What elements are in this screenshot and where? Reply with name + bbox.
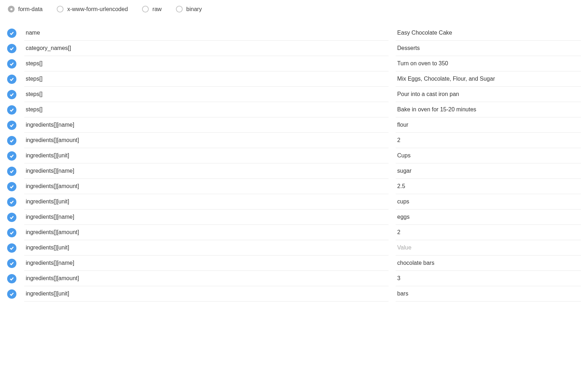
row-enabled-checkbox[interactable] [7,228,16,237]
check-icon [9,153,14,158]
row-checkbox-wrap [7,209,17,225]
row-checkbox-wrap [7,163,17,179]
row-checkbox-wrap [7,148,17,163]
row-enabled-checkbox[interactable] [7,259,16,268]
table-row: category_names[]Desserts [7,41,581,56]
row-checkbox-wrap [7,286,17,302]
table-row: ingredients[][unit]cups [7,194,581,209]
radio-label: raw [152,6,162,12]
check-icon [9,261,14,266]
row-enabled-checkbox[interactable] [7,121,16,130]
key-input[interactable]: ingredients[][unit] [24,286,389,302]
table-row: steps[]Pour into a cast iron pan [7,87,581,102]
row-enabled-checkbox[interactable] [7,29,16,38]
radio-form-data[interactable]: form-data [8,6,42,12]
key-input[interactable]: ingredients[][amount] [24,271,389,286]
value-input[interactable]: Easy Chocolate Cake [396,25,581,41]
row-enabled-checkbox[interactable] [7,197,16,207]
value-input[interactable]: Turn on oven to 350 [396,56,581,71]
key-input[interactable]: ingredients[][unit] [24,194,389,209]
row-enabled-checkbox[interactable] [7,289,16,299]
row-checkbox-wrap [7,179,17,194]
row-checkbox-wrap [7,256,17,271]
key-input[interactable]: steps[] [24,87,389,102]
radio-x-www-form-urlencoded[interactable]: x-www-form-urlencoded [57,6,128,12]
row-enabled-checkbox[interactable] [7,182,16,191]
form-data-table: nameEasy Chocolate Cakecategory_names[]D… [7,25,581,302]
key-input[interactable]: steps[] [24,102,389,117]
table-row: ingredients[][amount]3 [7,271,581,286]
table-row: steps[]Bake in oven for 15-20 minutes [7,102,581,117]
value-input[interactable]: 2.5 [396,179,581,194]
row-checkbox-wrap [7,194,17,209]
key-input[interactable]: ingredients[][amount] [24,133,389,148]
check-icon [9,61,14,66]
row-enabled-checkbox[interactable] [7,151,16,161]
value-input[interactable]: 2 [396,133,581,148]
row-checkbox-wrap [7,271,17,286]
table-row: ingredients[][amount]2 [7,225,581,240]
value-input[interactable]: Desserts [396,41,581,56]
row-checkbox-wrap [7,56,17,71]
table-row: ingredients[][name]sugar [7,163,581,179]
value-input[interactable]: Cups [396,148,581,163]
value-input[interactable]: Value [396,240,581,256]
key-input[interactable]: ingredients[][name] [24,256,389,271]
value-input[interactable]: cups [396,194,581,209]
value-input[interactable]: bars [396,286,581,302]
key-input[interactable]: ingredients[][amount] [24,225,389,240]
table-row: steps[]Mix Eggs, Chocolate, Flour, and S… [7,71,581,87]
key-input[interactable]: ingredients[][unit] [24,148,389,163]
value-input[interactable]: flour [396,117,581,133]
row-enabled-checkbox[interactable] [7,136,16,145]
value-input[interactable]: 2 [396,225,581,240]
row-checkbox-wrap [7,25,17,41]
row-enabled-checkbox[interactable] [7,105,16,115]
key-input[interactable]: category_names[] [24,41,389,56]
value-input[interactable]: sugar [396,163,581,179]
table-row: ingredients[][name]eggs [7,209,581,225]
radio-binary[interactable]: binary [176,6,202,12]
row-enabled-checkbox[interactable] [7,213,16,222]
value-input[interactable]: eggs [396,209,581,225]
table-row: ingredients[][name]chocolate bars [7,256,581,271]
radio-icon [8,6,15,12]
value-input[interactable]: Bake in oven for 15-20 minutes [396,102,581,117]
table-row: ingredients[][unit]Value [7,240,581,256]
value-input[interactable]: 3 [396,271,581,286]
row-enabled-checkbox[interactable] [7,90,16,99]
check-icon [9,276,14,281]
row-enabled-checkbox[interactable] [7,75,16,84]
key-input[interactable]: ingredients[][unit] [24,240,389,256]
table-row: ingredients[][name]flour [7,117,581,133]
check-icon [9,77,14,82]
row-enabled-checkbox[interactable] [7,167,16,176]
row-enabled-checkbox[interactable] [7,59,16,69]
key-input[interactable]: name [24,25,389,41]
table-row: ingredients[][amount]2.5 [7,179,581,194]
value-input[interactable]: chocolate bars [396,256,581,271]
radio-icon [57,6,64,12]
key-input[interactable]: steps[] [24,56,389,71]
row-checkbox-wrap [7,41,17,56]
key-input[interactable]: ingredients[][name] [24,163,389,179]
radio-label: x-www-form-urlencoded [67,6,128,12]
radio-raw[interactable]: raw [142,6,162,12]
key-input[interactable]: ingredients[][name] [24,209,389,225]
value-input[interactable]: Pour into a cast iron pan [396,87,581,102]
check-icon [9,184,14,189]
key-input[interactable]: steps[] [24,71,389,87]
table-row: ingredients[][amount]2 [7,133,581,148]
row-enabled-checkbox[interactable] [7,44,16,53]
radio-label: form-data [18,6,42,12]
radio-icon [142,6,149,12]
table-row: steps[]Turn on oven to 350 [7,56,581,71]
row-enabled-checkbox[interactable] [7,274,16,283]
table-row: ingredients[][unit]Cups [7,148,581,163]
check-icon [9,246,14,251]
key-input[interactable]: ingredients[][name] [24,117,389,133]
row-enabled-checkbox[interactable] [7,243,16,253]
key-input[interactable]: ingredients[][amount] [24,179,389,194]
check-icon [9,169,14,174]
value-input[interactable]: Mix Eggs, Chocolate, Flour, and Sugar [396,71,581,87]
